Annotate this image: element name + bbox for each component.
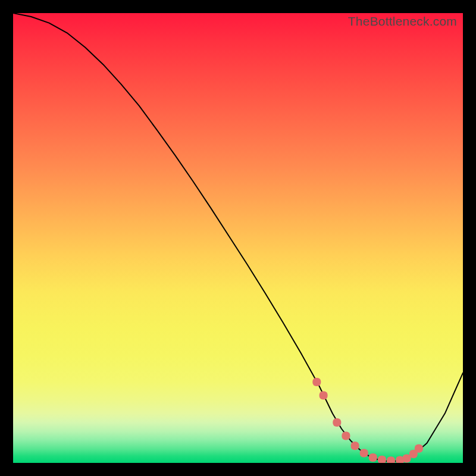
- highlight-marker: [378, 456, 386, 463]
- chart-svg: [13, 13, 463, 463]
- highlight-marker: [333, 418, 341, 427]
- bottleneck-curve: [13, 13, 463, 461]
- highlight-markers-group: [312, 378, 423, 463]
- chart-plot-area: TheBottleneck.com: [13, 13, 463, 463]
- highlight-marker: [415, 444, 423, 453]
- highlight-marker: [387, 456, 395, 463]
- watermark-label: TheBottleneck.com: [348, 14, 457, 29]
- highlight-marker: [369, 453, 377, 462]
- highlight-marker: [351, 441, 359, 450]
- highlight-marker: [360, 449, 368, 457]
- highlight-marker: [312, 378, 321, 386]
- highlight-marker: [320, 392, 328, 400]
- highlight-marker: [342, 432, 350, 440]
